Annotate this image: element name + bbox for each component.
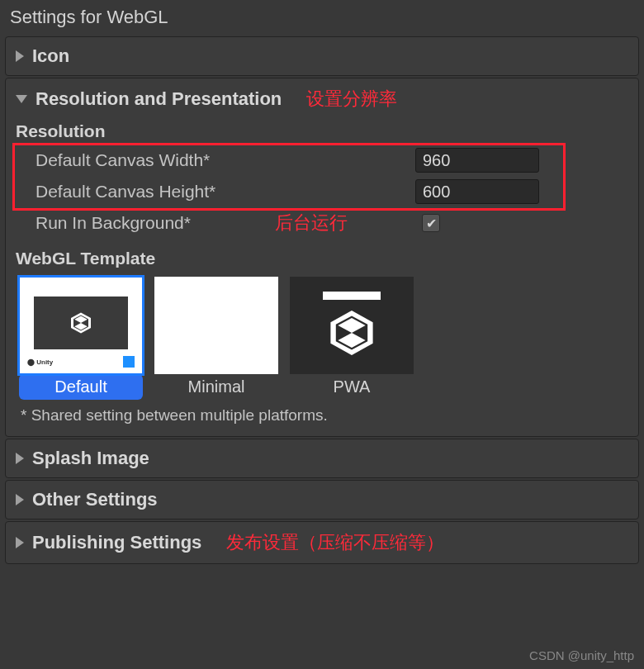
template-thumb: [290, 277, 414, 374]
field-label: Run In Background*: [36, 213, 415, 233]
section-label: Publishing Settings: [32, 532, 201, 553]
template-label: Minimal: [154, 374, 278, 400]
annotation-run-bg: 后台运行: [275, 211, 348, 235]
field-canvas-width: Default Canvas Width*: [16, 145, 628, 176]
chevron-right-icon: [16, 494, 24, 505]
section-icon: Icon: [5, 36, 639, 76]
field-label: Default Canvas Height*: [36, 182, 415, 202]
unity-logo-icon: [69, 311, 93, 335]
template-heading: WebGL Template: [16, 249, 628, 268]
template-list: ⬤ Unity Default Minimal: [19, 277, 625, 400]
annotation-resolution: 设置分辨率: [306, 87, 397, 112]
section-other: Other Settings: [5, 480, 639, 520]
section-splash: Splash Image: [5, 439, 639, 478]
template-thumb: [154, 277, 278, 374]
template-label: Default: [19, 374, 143, 400]
chevron-down-icon: [16, 95, 27, 103]
field-label: Default Canvas Width*: [36, 150, 415, 170]
chevron-right-icon: [16, 453, 24, 464]
section-label: Splash Image: [32, 448, 149, 469]
chevron-right-icon: [16, 50, 24, 62]
section-header-resolution[interactable]: Resolution and Presentation 设置分辨率: [16, 87, 628, 112]
section-header-splash[interactable]: Splash Image: [16, 448, 628, 469]
section-publishing: Publishing Settings 发布设置（压缩不压缩等）: [5, 521, 639, 564]
page-title: Settings for WebGL: [0, 0, 644, 35]
section-resolution: Resolution and Presentation 设置分辨率 Resolu…: [5, 78, 639, 437]
shared-setting-footnote: * Shared setting between multiple platfo…: [21, 406, 623, 425]
template-default[interactable]: ⬤ Unity Default: [19, 277, 143, 400]
resolution-subheading: Resolution: [16, 121, 628, 141]
field-canvas-height: Default Canvas Height*: [16, 176, 628, 207]
section-header-publishing[interactable]: Publishing Settings 发布设置（压缩不压缩等）: [16, 530, 628, 555]
template-minimal[interactable]: Minimal: [154, 277, 278, 400]
template-pwa[interactable]: PWA: [290, 277, 414, 400]
canvas-height-input[interactable]: [415, 179, 539, 204]
section-label: Resolution and Presentation: [36, 88, 282, 110]
section-label: Other Settings: [32, 489, 158, 510]
unity-logo-icon: [325, 306, 378, 359]
section-header-icon[interactable]: Icon: [16, 45, 628, 67]
field-run-in-background: Run In Background* 后台运行 ✔: [16, 207, 628, 239]
template-thumb: ⬤ Unity: [19, 277, 143, 374]
chevron-right-icon: [16, 537, 24, 548]
annotation-publishing: 发布设置（压缩不压缩等）: [226, 530, 444, 555]
watermark: CSDN @unity_http: [529, 648, 634, 662]
canvas-width-input[interactable]: [415, 148, 539, 173]
section-header-other[interactable]: Other Settings: [16, 489, 628, 510]
template-label: PWA: [290, 374, 414, 400]
pwa-bar-icon: [323, 292, 381, 300]
run-in-background-checkbox[interactable]: ✔: [422, 214, 440, 232]
section-label: Icon: [32, 45, 69, 67]
